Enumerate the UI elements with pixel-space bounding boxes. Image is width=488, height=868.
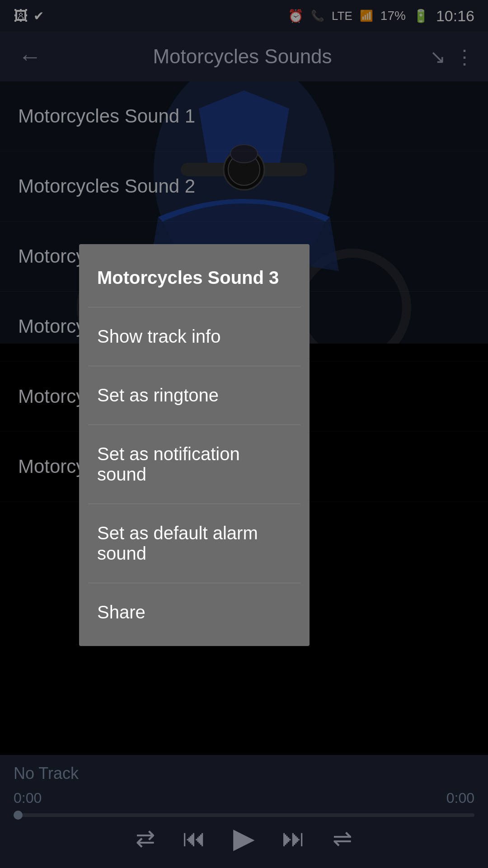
- menu-label-share: Share: [97, 602, 145, 623]
- menu-label-show-track-info: Show track info: [97, 326, 221, 347]
- menu-label-set-notification: Set as notification sound: [97, 444, 291, 485]
- menu-label-set-ringtone: Set as ringtone: [97, 385, 219, 406]
- menu-label-set-alarm: Set as default alarm sound: [97, 523, 291, 564]
- context-menu-title: Motorcycles Sound 3: [79, 249, 310, 307]
- menu-item-show-track-info[interactable]: Show track info: [79, 307, 310, 366]
- menu-item-set-ringtone[interactable]: Set as ringtone: [79, 366, 310, 425]
- menu-item-share[interactable]: Share: [79, 583, 310, 642]
- context-menu: Motorcycles Sound 3 Show track info Set …: [79, 244, 310, 646]
- menu-item-set-alarm[interactable]: Set as default alarm sound: [79, 504, 310, 583]
- menu-item-set-notification[interactable]: Set as notification sound: [79, 425, 310, 504]
